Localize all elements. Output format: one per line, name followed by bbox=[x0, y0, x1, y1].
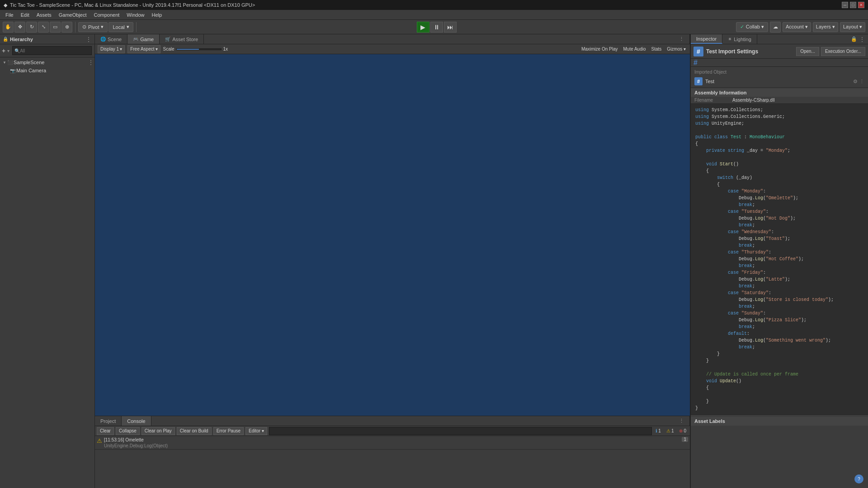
step-button[interactable]: ⏭ bbox=[444, 22, 457, 33]
hierarchy-arrow-btn[interactable]: ▾ bbox=[7, 48, 9, 53]
tab-lighting[interactable]: ☀ Lighting bbox=[722, 34, 757, 44]
open-button[interactable]: Open... bbox=[796, 47, 819, 56]
hierarchy-search-input[interactable] bbox=[20, 48, 90, 53]
scale-bar: Scale 1x bbox=[163, 47, 577, 52]
layers-label: Layers ▾ bbox=[816, 24, 835, 30]
gizmos-button[interactable]: Gizmos ▾ bbox=[665, 46, 687, 52]
local-button[interactable]: Local ▾ bbox=[108, 22, 133, 32]
console-section: Project Console ⋮ Clear Collapse Clear o… bbox=[95, 416, 690, 488]
close-button[interactable]: ✕ bbox=[858, 2, 864, 8]
hierarchy-item-maincamera[interactable]: 📷 Main Camera bbox=[1, 66, 94, 75]
menu-help[interactable]: Help bbox=[148, 11, 165, 19]
pause-button[interactable]: ⏸ bbox=[430, 22, 443, 33]
filename-label: Filename bbox=[694, 98, 731, 103]
error-pause-button[interactable]: Error Pause bbox=[213, 427, 244, 435]
menu-component[interactable]: Component bbox=[90, 11, 123, 19]
tab-game[interactable]: 🎮 Game bbox=[127, 34, 160, 44]
scene-tab-label: Scene bbox=[108, 37, 122, 42]
game-viewport bbox=[95, 54, 690, 416]
account-dropdown[interactable]: Account ▾ bbox=[783, 22, 811, 32]
tab-scene[interactable]: 🌐 Scene bbox=[95, 34, 127, 44]
console-tabs: Project Console ⋮ bbox=[95, 416, 690, 426]
inspector-tabs: Inspector ☀ Lighting 🔒 ⋮ bbox=[691, 34, 868, 44]
imported-dots-icon[interactable]: ⋮ bbox=[859, 79, 864, 84]
restore-button[interactable]: □ bbox=[850, 2, 856, 8]
title-bar-controls[interactable]: ─ □ ✕ bbox=[842, 2, 864, 8]
title-bar-left: ◆ Tic Tac Toe - SampleScene - PC, Mac & … bbox=[4, 2, 255, 8]
editor-dropdown-button[interactable]: Editor ▾ bbox=[245, 427, 267, 435]
search-icon: 🔍 bbox=[14, 48, 20, 53]
stats-button[interactable]: Stats bbox=[650, 46, 663, 52]
log-count: 1 bbox=[682, 437, 688, 442]
cloud-button[interactable]: ☁ bbox=[770, 22, 781, 33]
unity-logo-icon: ◆ bbox=[4, 2, 7, 8]
play-button[interactable]: ▶ bbox=[417, 22, 429, 33]
tab-asset-store[interactable]: 🛒 Asset Store bbox=[160, 34, 204, 44]
clear-button[interactable]: Clear bbox=[97, 427, 114, 435]
clear-on-build-button[interactable]: Clear on Build bbox=[177, 427, 212, 435]
console-tab-label: Console bbox=[127, 418, 145, 424]
display-dropdown-arrow: ▾ bbox=[120, 47, 122, 52]
tab-project[interactable]: Project bbox=[95, 416, 122, 426]
imported-settings-icon[interactable]: ⚙ bbox=[853, 79, 858, 84]
lighting-tab-label: Lighting bbox=[734, 37, 751, 42]
local-triangle: ▾ bbox=[127, 24, 129, 30]
layout-dropdown[interactable]: Layout ▾ bbox=[840, 22, 865, 32]
inspector-panel: Inspector ☀ Lighting 🔒 ⋮ # Test Import S… bbox=[690, 34, 868, 488]
collab-check-icon: ✓ bbox=[740, 24, 744, 30]
menu-file[interactable]: File bbox=[2, 11, 17, 19]
asset-labels-label: Asset Labels bbox=[694, 418, 725, 424]
maximize-on-play-button[interactable]: Maximize On Play bbox=[580, 46, 619, 52]
aspect-dropdown[interactable]: Free Aspect ▾ bbox=[127, 45, 160, 53]
tab-inspector[interactable]: Inspector bbox=[691, 34, 722, 44]
transform-tool-button[interactable]: ⊕ bbox=[61, 22, 72, 33]
scale-tool-button[interactable]: ⤡ bbox=[38, 22, 49, 33]
console-content: ⚠ [11:53:16] Omelette UnityEngine.Debug:… bbox=[95, 436, 690, 488]
console-more-btn[interactable]: ⋮ bbox=[674, 416, 690, 426]
console-search-input[interactable] bbox=[269, 427, 652, 435]
scale-value: 1x bbox=[223, 47, 228, 52]
move-tool-button[interactable]: ✥ bbox=[14, 22, 25, 33]
pivot-button[interactable]: ⊙ Pivot ▾ bbox=[78, 22, 108, 32]
display-dropdown[interactable]: Display 1 ▾ bbox=[98, 45, 125, 53]
game-tab-label: Game bbox=[140, 37, 154, 42]
scene-more-btn[interactable]: ⋮ bbox=[88, 59, 94, 66]
imported-obj-icons: ⚙ ⋮ bbox=[853, 79, 864, 84]
inspector-more-btn[interactable]: ⋮ bbox=[859, 36, 865, 43]
minimize-button[interactable]: ─ bbox=[842, 2, 848, 8]
inspector-tab-label: Inspector bbox=[696, 36, 717, 42]
hierarchy-item-samplescene[interactable]: ▼ ⬛ SampleScene ⋮ bbox=[1, 58, 94, 66]
aspect-dropdown-arrow: ▾ bbox=[156, 47, 158, 52]
menu-gameobject[interactable]: GameObject bbox=[55, 11, 90, 19]
layers-dropdown[interactable]: Layers ▾ bbox=[813, 22, 838, 32]
collapse-button[interactable]: Collapse bbox=[116, 427, 140, 435]
asset-store-tab-icon: 🛒 bbox=[165, 37, 170, 42]
rect-tool-button[interactable]: ▭ bbox=[50, 22, 61, 33]
menu-window[interactable]: Window bbox=[123, 11, 148, 19]
mute-audio-button[interactable]: Mute Audio bbox=[622, 46, 647, 52]
pivot-group: ⊙ Pivot ▾ Local ▾ bbox=[78, 22, 137, 32]
hierarchy-search-row: + ▾ 🔍 bbox=[0, 44, 94, 57]
collab-button[interactable]: ✓ Collab ▾ bbox=[736, 22, 768, 32]
lighting-tab-icon: ☀ bbox=[728, 37, 732, 42]
menu-edit[interactable]: Edit bbox=[17, 11, 33, 19]
inspector-lock-icon[interactable]: 🔒 bbox=[851, 36, 857, 42]
clear-on-play-button[interactable]: Clear on Play bbox=[142, 427, 175, 435]
viewport-toolbar: Display 1 ▾ Free Aspect ▾ Scale 1x Maxim… bbox=[95, 44, 690, 54]
imported-hash-symbol: # bbox=[697, 79, 700, 84]
menu-bar: File Edit Assets GameObject Component Wi… bbox=[0, 10, 868, 20]
viewport-more-btn[interactable]: ⋮ bbox=[674, 34, 690, 44]
hierarchy-more-btn[interactable]: ⋮ bbox=[85, 36, 92, 43]
menu-assets[interactable]: Assets bbox=[33, 11, 55, 19]
layout-label: Layout ▾ bbox=[843, 24, 862, 30]
info-icon: ℹ bbox=[656, 428, 657, 433]
rotate-tool-button[interactable]: ↻ bbox=[26, 22, 37, 33]
hand-tool-button[interactable]: ✋ bbox=[3, 22, 14, 33]
execution-order-button[interactable]: Execution Order... bbox=[821, 47, 865, 56]
assembly-label: Assembly Information bbox=[694, 90, 747, 95]
tab-console[interactable]: Console bbox=[122, 416, 151, 426]
hierarchy-plus-btn[interactable]: + bbox=[2, 47, 5, 54]
error-count: 0 bbox=[684, 428, 686, 433]
console-log-entry[interactable]: ⚠ [11:53:16] Omelette UnityEngine.Debug:… bbox=[95, 436, 690, 450]
scale-slider[interactable] bbox=[176, 48, 222, 50]
